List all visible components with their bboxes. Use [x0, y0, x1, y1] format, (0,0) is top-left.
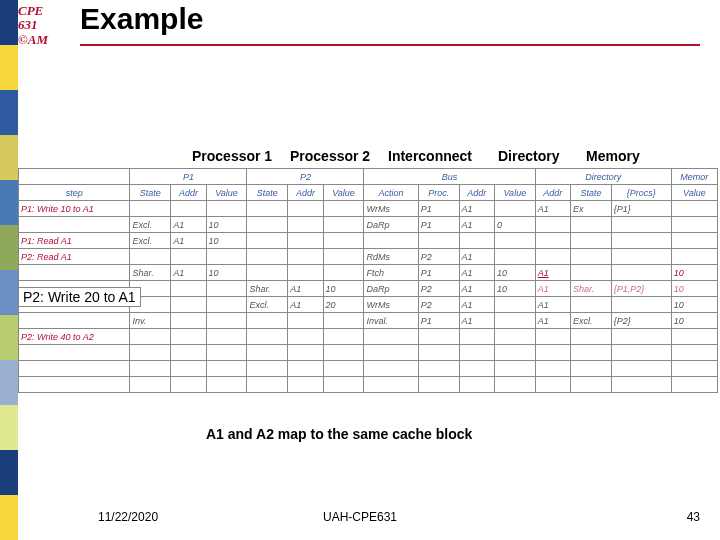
hdr-p2-state: State: [247, 185, 288, 201]
cell-bval: [494, 361, 535, 377]
cell-dprocs: [611, 265, 671, 281]
cell-daddr: [535, 361, 570, 377]
cell-step: [19, 345, 130, 361]
cell-baddr: A1: [459, 265, 494, 281]
cell-dprocs: [611, 361, 671, 377]
cell-step: P2: Write 40 to A2: [19, 329, 130, 345]
cell-bact: [364, 329, 418, 345]
cell-p2s: [247, 313, 288, 329]
cell-step: P1: Write 10 to A1: [19, 201, 130, 217]
cell-bval: 10: [494, 265, 535, 281]
cell-p2a: [288, 313, 323, 329]
cell-p1a: A1: [171, 265, 206, 281]
cell-p1v: 10: [206, 265, 247, 281]
cell-baddr: [459, 329, 494, 345]
cell-p2a: [288, 361, 323, 377]
cell-p2s: Excl.: [247, 297, 288, 313]
cell-p1s: Inv.: [130, 313, 171, 329]
hdr-p1: P1: [130, 169, 247, 185]
column-group-labels: Processor 1 Processor 2 Interconnect Dir…: [192, 148, 666, 164]
title-underline: [80, 44, 700, 46]
cell-dstate: Shar.: [571, 281, 612, 297]
cell-p2s: [247, 345, 288, 361]
cell-p1v: [206, 281, 247, 297]
cell-dprocs: [611, 217, 671, 233]
cell-dprocs: {P1}: [611, 201, 671, 217]
cell-dstate: [571, 329, 612, 345]
cell-dprocs: [611, 377, 671, 393]
cell-mval: 10: [671, 297, 717, 313]
cell-p1s: Shar.: [130, 265, 171, 281]
hdr-p1-addr: Addr: [171, 185, 206, 201]
cell-bact: WrMs: [364, 201, 418, 217]
cell-dprocs: [611, 233, 671, 249]
cell-dstate: [571, 265, 612, 281]
cell-bproc: P1: [418, 313, 459, 329]
cell-p2a: [288, 377, 323, 393]
cell-p2s: [247, 249, 288, 265]
cell-mval: 10: [671, 313, 717, 329]
cell-p1s: [130, 345, 171, 361]
cell-p2v: 10: [323, 281, 364, 297]
cell-bproc: [418, 361, 459, 377]
cell-daddr: A1: [535, 313, 570, 329]
cell-p2a: A1: [288, 297, 323, 313]
cell-p2v: [323, 265, 364, 281]
cell-p1a: [171, 313, 206, 329]
logo-line3: ©AM: [18, 33, 48, 47]
cell-dstate: [571, 217, 612, 233]
cell-bproc: [418, 377, 459, 393]
cell-bval: [494, 233, 535, 249]
cell-daddr: A1: [535, 265, 570, 281]
cell-bval: 10: [494, 281, 535, 297]
cell-p2v: [323, 361, 364, 377]
col-label-p1: Processor 1: [192, 148, 290, 164]
cell-p2v: [323, 249, 364, 265]
cell-baddr: [459, 377, 494, 393]
cell-p2a: [288, 217, 323, 233]
cell-p2s: [247, 361, 288, 377]
cell-mval: [671, 345, 717, 361]
cell-bval: [494, 345, 535, 361]
cell-p2s: [247, 201, 288, 217]
table-header-row-1: P1 P2 Bus Directory Memor: [19, 169, 718, 185]
cell-dstate: [571, 377, 612, 393]
cell-bact: Ftch: [364, 265, 418, 281]
cell-bproc: P2: [418, 249, 459, 265]
cell-bact: [364, 377, 418, 393]
cell-step: [19, 265, 130, 281]
cell-p1v: [206, 201, 247, 217]
cell-bproc: P1: [418, 201, 459, 217]
cell-bproc: [418, 329, 459, 345]
col-label-interconnect: Interconnect: [388, 148, 498, 164]
cell-daddr: [535, 377, 570, 393]
hdr-bus-proc: Proc.: [418, 185, 459, 201]
cell-p1a: [171, 345, 206, 361]
cell-p2a: [288, 249, 323, 265]
table-row: [19, 345, 718, 361]
cell-bproc: P1: [418, 217, 459, 233]
cell-bval: [494, 329, 535, 345]
hdr-dir-procs: {Procs}: [611, 185, 671, 201]
cell-p2s: [247, 329, 288, 345]
cell-baddr: A1: [459, 249, 494, 265]
logo-line1: CPE: [18, 4, 48, 18]
cell-bval: [494, 377, 535, 393]
col-label-directory: Directory: [498, 148, 586, 164]
cell-baddr: A1: [459, 201, 494, 217]
cell-dstate: [571, 249, 612, 265]
cell-step: [19, 313, 130, 329]
cell-step: [19, 377, 130, 393]
cell-p1a: [171, 201, 206, 217]
cell-dprocs: [611, 329, 671, 345]
cell-p1a: A1: [171, 233, 206, 249]
hdr-p2-addr: Addr: [288, 185, 323, 201]
cell-p2a: [288, 201, 323, 217]
hdr-p2: P2: [247, 169, 364, 185]
cell-dprocs: [611, 249, 671, 265]
page-title: Example: [80, 2, 203, 36]
cell-dstate: Ex: [571, 201, 612, 217]
cell-p1a: [171, 281, 206, 297]
cell-step: [19, 361, 130, 377]
table-row: Inv.Inval.P1A1A1Excl.{P2}10: [19, 313, 718, 329]
